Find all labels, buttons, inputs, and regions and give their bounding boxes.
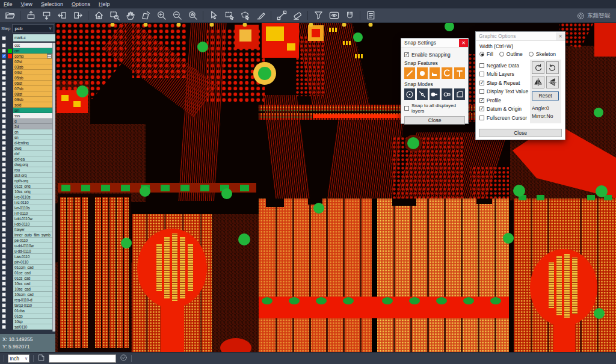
layer-visibility-checkbox[interactable]	[2, 190, 6, 194]
unit-select[interactable]: Inch∨	[8, 354, 29, 363]
layer-row-f-layer[interactable]: f-layer	[0, 227, 55, 232]
layer-visibility-checkbox[interactable]	[2, 108, 6, 113]
layer-name[interactable]: 01cs_orig	[13, 184, 55, 189]
layer-visibility-checkbox[interactable]	[2, 141, 6, 145]
layer-visibility-checkbox[interactable]	[2, 173, 6, 177]
layer-row-slot-org[interactable]: slot-org	[0, 173, 55, 178]
layer-name[interactable]: pe-0110	[13, 238, 55, 243]
layer-row-03lsb[interactable]: 03lsb	[0, 64, 55, 70]
layer-visibility-checkbox[interactable]	[2, 43, 6, 48]
layer-row-d-tenting[interactable]: d-tenting	[0, 140, 55, 146]
snap-pad-fill-button[interactable]	[430, 88, 440, 100]
layer-row-2d[interactable]: 2d	[0, 124, 55, 129]
layer-row-sm[interactable]: sm	[0, 108, 55, 113]
box-arrow-right-button[interactable]	[70, 10, 85, 22]
layer-name[interactable]: 07lsb	[13, 86, 55, 91]
step-select[interactable]: pcb∨	[12, 24, 54, 32]
layer-visibility-checkbox[interactable]	[2, 303, 6, 307]
layer-row-u-dd-0110w[interactable]: u-dd-0110w	[0, 243, 55, 248]
layer-name[interactable]: 01cs_cad	[13, 276, 55, 281]
layer-row-07lsb[interactable]: 07lsb	[0, 86, 55, 91]
layer-row-i-rr-0110s[interactable]: i-rr-0110s	[0, 205, 55, 211]
layer-name[interactable]: i-rr-0110s	[13, 205, 55, 211]
layer-name[interactable]: i-rc-0110s	[13, 194, 55, 200]
layer-row-sn[interactable]: sn	[0, 135, 55, 140]
layer-visibility-checkbox[interactable]	[2, 54, 6, 58]
pan-hand-button[interactable]	[123, 10, 137, 22]
layer-name[interactable]: 01ce_cad	[13, 270, 55, 276]
layer-visibility-checkbox[interactable]	[2, 314, 6, 318]
apply-check-icon[interactable]	[120, 353, 128, 364]
layer-visibility-checkbox[interactable]	[2, 227, 6, 232]
new-page-icon[interactable]	[37, 353, 45, 364]
layer-visibility-checkbox[interactable]	[2, 271, 6, 275]
layer-name[interactable]: sn	[13, 135, 55, 140]
layer-row-reg-0110-d[interactable]: reg-0110-d	[0, 297, 55, 303]
import-up-button[interactable]	[23, 10, 38, 22]
option-row-fullscreen-cursor[interactable]: Fullscreen Cursor	[479, 115, 529, 121]
layer-name[interactable]: i-rc-0110	[13, 200, 55, 205]
option-row-profile[interactable]: Profile	[479, 97, 529, 103]
layer-row-10sp[interactable]: 10sp	[0, 319, 55, 324]
snap-slot-button[interactable]	[442, 88, 452, 100]
option-row-display-text-value[interactable]: Display Text Value	[479, 88, 529, 94]
checkbox-datum-origin[interactable]	[479, 106, 484, 111]
snap-on-line-button[interactable]	[417, 88, 428, 100]
layer-row-02lst[interactable]: 02lst	[0, 59, 55, 64]
select-rect-button[interactable]	[222, 10, 236, 22]
layer-row-i-rc-0110[interactable]: i-rc-0110	[0, 200, 55, 205]
layer-row-inner_auto_film_symb[interactable]: inner_auto_film_symb	[0, 232, 55, 238]
brush-button[interactable]	[253, 10, 268, 22]
layer-name[interactable]: 01ccm_cad	[13, 265, 55, 270]
layer-visibility-checkbox[interactable]	[2, 206, 6, 210]
mirror-horizontal-button[interactable]	[532, 76, 544, 88]
select-polygon-button[interactable]	[238, 10, 252, 22]
layer-row-01cs_cad[interactable]: 01cs_cad	[0, 276, 55, 281]
layer-name[interactable]: 10se_cad	[13, 286, 55, 292]
layer-row-i-rc-0110s[interactable]: i-rc-0110s	[0, 194, 55, 200]
layer-visibility-checkbox[interactable]	[2, 87, 6, 91]
layer-row-comp[interactable]: comp	[0, 54, 55, 59]
import-down-button[interactable]	[39, 10, 54, 22]
layer-visibility-checkbox[interactable]	[2, 222, 6, 226]
checkbox-step-repeat[interactable]	[479, 81, 484, 85]
layer-row-targ3-0110[interactable]: targ3-0110	[0, 303, 55, 308]
layer-visibility-checkbox[interactable]	[2, 282, 6, 286]
mirror-vertical-button[interactable]	[546, 76, 559, 88]
layer-row-mark-c[interactable]: mark-c	[0, 34, 55, 42]
snap-arc-button[interactable]	[442, 67, 452, 79]
measure-distance-button[interactable]	[274, 10, 289, 22]
option-row-step-repeat[interactable]: Step & Repeat	[479, 80, 529, 86]
layer-row-i-dd-0110w[interactable]: i-dd-0110w	[0, 216, 55, 221]
polygon-measure-button[interactable]	[138, 10, 153, 22]
layer-visibility-checkbox[interactable]	[2, 125, 6, 129]
layer-name[interactable]: cm	[13, 48, 55, 54]
zoom-in-button[interactable]	[154, 10, 168, 22]
layer-row-05lsb[interactable]: 05lsb	[0, 75, 55, 81]
snap-all-layers-row[interactable]: Snap to all displayed layers	[404, 103, 465, 114]
layer-visibility-checkbox[interactable]	[2, 184, 6, 188]
layer-visibility-checkbox[interactable]	[2, 265, 6, 270]
snap-text-button[interactable]	[454, 67, 465, 79]
layer-row-09lsb[interactable]: 09lsb	[0, 97, 55, 102]
layer-name[interactable]: comp	[13, 54, 55, 59]
layer-visibility-checkbox[interactable]	[2, 146, 6, 150]
menu-item-view[interactable]: View	[21, 0, 32, 8]
layer-name[interactable]: 06lst	[13, 81, 55, 86]
layer-row-i-dd-0110[interactable]: i-dd-0110	[0, 221, 55, 227]
layer-name[interactable]: 04lst	[13, 70, 55, 75]
graphic-options-titlebar[interactable]: Graphic Options ✕	[476, 32, 565, 41]
layer-name[interactable]: i-dd-0110	[13, 221, 55, 227]
rotate-ccw-button[interactable]	[546, 61, 559, 74]
snap-center-button[interactable]	[404, 88, 415, 100]
filter-button[interactable]	[311, 10, 325, 22]
layer-row-rou[interactable]: rou	[0, 167, 55, 173]
enable-snapping-checkbox-row[interactable]: Enable Snapping	[404, 52, 465, 58]
layer-visibility-checkbox[interactable]	[2, 298, 6, 302]
menu-item-help[interactable]: Help	[99, 0, 110, 8]
layer-name[interactable]: dwg	[13, 146, 55, 151]
layer-name[interactable]: pin-0110	[13, 259, 55, 265]
snap-contour-button[interactable]	[454, 88, 465, 100]
layer-visibility-checkbox[interactable]	[2, 168, 6, 172]
layer-visibility-checkbox[interactable]	[2, 60, 6, 64]
